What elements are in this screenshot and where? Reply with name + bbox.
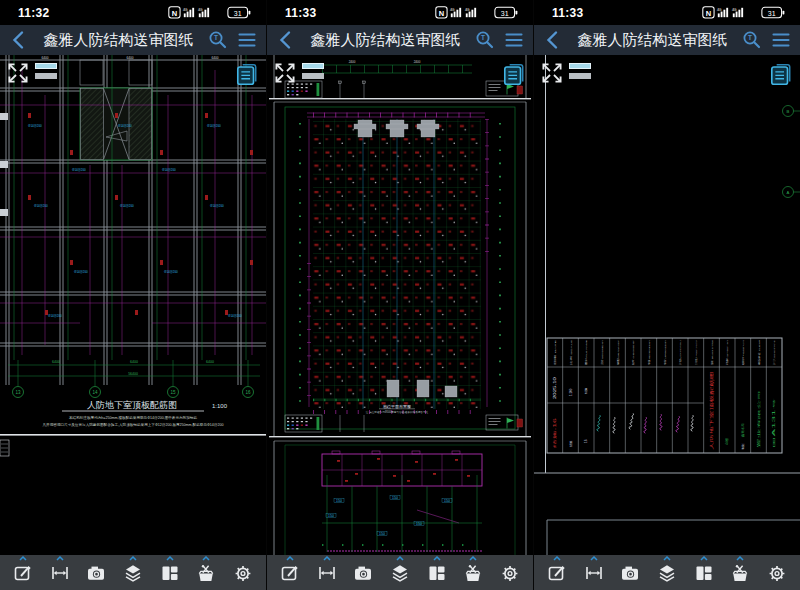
- fullscreen-button[interactable]: [539, 61, 565, 87]
- svg-text:16: 16: [584, 439, 588, 443]
- toolbox-tool-button[interactable]: [188, 555, 225, 590]
- svg-text:Φ14@200: Φ14@200: [162, 168, 176, 172]
- svg-text:1:100: 1:100: [569, 388, 573, 396]
- cad-canvas-slab-plan[interactable]: Φ14@200Φ14@200 Φ14@200Φ14@200 Φ14@200Φ14…: [0, 55, 266, 555]
- svg-text:4#楼: 4#楼: [725, 437, 729, 445]
- fullscreen-button[interactable]: [272, 61, 298, 87]
- layout-tool-button[interactable]: [418, 555, 455, 590]
- app-title-bar: 鑫雅人防结构送审图纸: [0, 25, 266, 55]
- layers-tool-button[interactable]: [382, 555, 419, 590]
- svg-text:Φ14@200: Φ14@200: [74, 270, 88, 274]
- sheet-bar-active[interactable]: [569, 63, 591, 69]
- svg-text:校对 CHECKED BY: 校对 CHECKED BY: [632, 340, 635, 367]
- svg-text:比例 SCALE: 比例 SCALE: [570, 339, 573, 365]
- svg-text:N: N: [172, 9, 177, 18]
- svg-text:4G: 4G: [198, 8, 203, 12]
- edit-tool-button[interactable]: [272, 555, 309, 590]
- cad-viewport-3[interactable]: B A 日期 DATE 比例 SCALE 图别 FILE NAME 设计 DES…: [534, 55, 800, 555]
- svg-text:B: B: [787, 109, 790, 114]
- svg-text:国A131号: 国A131号: [772, 398, 776, 448]
- svg-text:图别 FILE NAME: 图别 FILE NAME: [585, 339, 588, 365]
- annotation-notes-button[interactable]: [500, 61, 527, 88]
- clock-time: 11:33: [285, 6, 317, 20]
- back-button[interactable]: [6, 27, 33, 53]
- edit-tool-button[interactable]: [539, 555, 576, 590]
- layout-tool-button[interactable]: [151, 555, 188, 590]
- svg-text:结施: 结施: [569, 440, 573, 447]
- toolbox-tool-button[interactable]: [455, 555, 492, 590]
- camera-tool-button[interactable]: [78, 555, 115, 590]
- signal-icon-1: 4G: [183, 8, 194, 18]
- sheet-separator-2: [269, 436, 531, 437]
- menu-button[interactable]: [767, 27, 794, 53]
- status-icons: N 4G 4G 31: [432, 5, 524, 20]
- measure-tool-button[interactable]: [309, 555, 346, 590]
- search-text-button[interactable]: [471, 27, 498, 53]
- svg-text:13: 13: [15, 390, 21, 395]
- svg-text:地块:: 地块:: [741, 443, 745, 451]
- sheet-progress-bars[interactable]: [569, 63, 591, 79]
- svg-text:6400: 6400: [206, 360, 214, 364]
- layers-tool-button[interactable]: [115, 555, 152, 590]
- edit-tool-button[interactable]: [5, 555, 42, 590]
- menu-button[interactable]: [233, 27, 260, 53]
- bottom-toolbar: [0, 555, 266, 590]
- toolbox-tool-button[interactable]: [722, 555, 759, 590]
- phone-screen-1: 11:32 N 4G 4G 31: [0, 0, 267, 590]
- svg-text:6400: 6400: [41, 56, 48, 60]
- svg-text:鑫雅名苑: 鑫雅名苑: [741, 423, 745, 438]
- svg-text:Φ14@200: Φ14@200: [72, 168, 86, 172]
- sheet-scale: 1:100: [212, 403, 228, 409]
- svg-text:制图 DRAWN BY: 制图 DRAWN BY: [617, 339, 620, 365]
- sheet-progress-bars[interactable]: [302, 63, 324, 79]
- cad-canvas-pile-plan[interactable]: 2400 2400: [267, 55, 533, 555]
- phone-screen-2: 11:33 N 4G 4G 31: [267, 0, 534, 590]
- svg-text:2400: 2400: [414, 60, 421, 64]
- svg-text:N: N: [439, 9, 444, 18]
- back-button[interactable]: [540, 27, 567, 53]
- settings-tool-button[interactable]: [758, 555, 795, 590]
- settings-tool-button[interactable]: [224, 555, 261, 590]
- stitched-screenshots: 11:32 N 4G 4G 31: [0, 0, 800, 590]
- sheet-title: 桩位平面布置图: [383, 404, 411, 409]
- svg-text:31: 31: [768, 10, 776, 17]
- svg-text:2400: 2400: [349, 60, 356, 64]
- layout-tool-button[interactable]: [685, 555, 722, 590]
- battery-icon: 31: [495, 7, 518, 17]
- svg-text:建设单位 CLIENT: 建设单位 CLIENT: [757, 339, 761, 366]
- measure-tool-button[interactable]: [576, 555, 613, 590]
- annotation-notes-button[interactable]: [233, 61, 260, 88]
- battery-icon: 31: [762, 7, 785, 17]
- menu-button[interactable]: [500, 27, 527, 53]
- cad-viewport-2[interactable]: 2400 2400: [267, 55, 533, 555]
- back-button[interactable]: [273, 27, 300, 53]
- svg-text:Φ14@200: Φ14@200: [48, 314, 62, 318]
- sheet-bar-idle[interactable]: [569, 73, 591, 79]
- cad-canvas-titleblock[interactable]: B A 日期 DATE 比例 SCALE 图别 FILE NAME 设计 DES…: [534, 55, 800, 555]
- signal-icon-1: 4G: [717, 8, 728, 18]
- camera-tool-button[interactable]: [345, 555, 382, 590]
- svg-text:150: 150: [328, 514, 334, 518]
- svg-text:6400: 6400: [126, 56, 133, 60]
- svg-text:设计 DESIGNED BY: 设计 DESIGNED BY: [600, 340, 604, 365]
- svg-text:150: 150: [379, 532, 385, 536]
- svg-text:子项名称 SUBPROJECT NAME: 子项名称 SUBPROJECT NAME: [726, 340, 729, 365]
- search-text-button[interactable]: [738, 27, 765, 53]
- annotation-notes-button[interactable]: [767, 61, 794, 88]
- cad-viewport-1[interactable]: Φ14@200Φ14@200 Φ14@200Φ14@200 Φ14@200Φ14…: [0, 55, 266, 555]
- sheet-bar-active[interactable]: [302, 63, 324, 69]
- fullscreen-button[interactable]: [5, 61, 31, 87]
- measure-tool-button[interactable]: [42, 555, 79, 590]
- sheet-progress-bars[interactable]: [35, 63, 57, 79]
- sheet-bar-idle[interactable]: [302, 73, 324, 79]
- sheet-bar-active[interactable]: [35, 63, 57, 69]
- search-text-button[interactable]: [204, 27, 231, 53]
- layers-tool-button[interactable]: [649, 555, 686, 590]
- settings-tool-button[interactable]: [491, 555, 528, 590]
- signal-icon-2: 4G: [732, 8, 743, 18]
- sheet-bar-idle[interactable]: [35, 73, 57, 79]
- left-edge-labels: [0, 113, 8, 216]
- camera-tool-button[interactable]: [612, 555, 649, 590]
- svg-text:项目负责人 PROJECT DIRECTOR: 项目负责人 PROJECT DIRECTOR: [695, 340, 698, 365]
- stair-core: [80, 60, 152, 160]
